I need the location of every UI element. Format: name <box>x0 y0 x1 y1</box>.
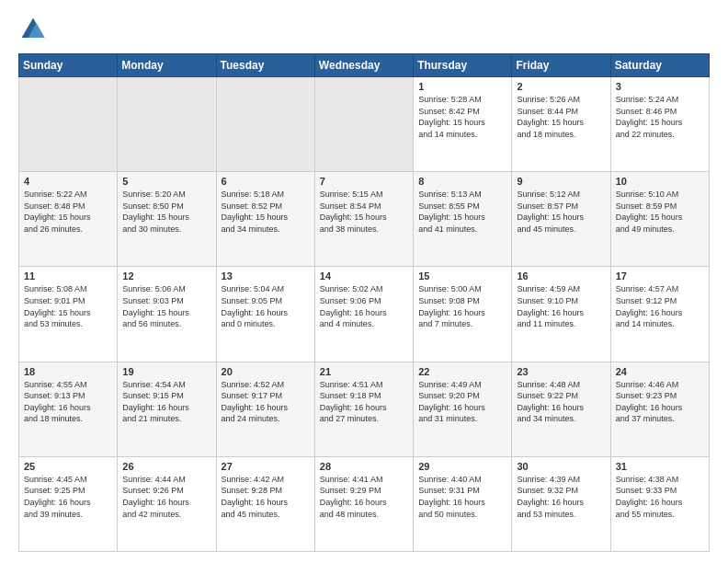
calendar-cell: 12Sunrise: 5:06 AM Sunset: 9:03 PM Dayli… <box>118 267 216 362</box>
calendar-cell: 26Sunrise: 4:44 AM Sunset: 9:26 PM Dayli… <box>118 456 216 551</box>
calendar-cell: 2Sunrise: 5:26 AM Sunset: 8:44 PM Daylig… <box>512 77 610 172</box>
day-info: Sunrise: 5:12 AM Sunset: 8:57 PM Dayligh… <box>517 189 605 235</box>
day-number: 5 <box>122 176 210 187</box>
day-number: 13 <box>222 270 310 282</box>
day-number: 26 <box>122 461 210 472</box>
day-number: 9 <box>517 176 605 187</box>
calendar-cell: 6Sunrise: 5:18 AM Sunset: 8:52 PM Daylig… <box>216 172 314 267</box>
day-info: Sunrise: 5:04 AM Sunset: 9:05 PM Dayligh… <box>222 283 310 329</box>
day-info: Sunrise: 5:06 AM Sunset: 9:03 PM Dayligh… <box>122 283 210 329</box>
calendar-cell: 31Sunrise: 4:38 AM Sunset: 9:33 PM Dayli… <box>610 456 709 551</box>
calendar-cell: 22Sunrise: 4:49 AM Sunset: 9:20 PM Dayli… <box>414 362 512 456</box>
calendar-cell: 7Sunrise: 5:15 AM Sunset: 8:54 PM Daylig… <box>314 172 413 267</box>
day-number: 21 <box>320 366 408 377</box>
calendar-header-sunday: Sunday <box>19 54 118 77</box>
calendar-week-5: 25Sunrise: 4:45 AM Sunset: 9:25 PM Dayli… <box>19 456 710 551</box>
day-info: Sunrise: 5:15 AM Sunset: 8:54 PM Dayligh… <box>320 189 408 235</box>
day-info: Sunrise: 5:26 AM Sunset: 8:44 PM Dayligh… <box>517 94 605 140</box>
calendar-week-2: 4Sunrise: 5:22 AM Sunset: 8:48 PM Daylig… <box>19 172 710 267</box>
day-number: 19 <box>122 366 210 377</box>
calendar-header-thursday: Thursday <box>414 54 512 77</box>
calendar-cell <box>118 77 216 172</box>
calendar-week-4: 18Sunrise: 4:55 AM Sunset: 9:13 PM Dayli… <box>19 362 710 456</box>
calendar-cell: 13Sunrise: 5:04 AM Sunset: 9:05 PM Dayli… <box>216 267 314 362</box>
day-number: 28 <box>320 461 408 472</box>
day-info: Sunrise: 5:24 AM Sunset: 8:46 PM Dayligh… <box>616 94 704 140</box>
day-number: 24 <box>616 366 704 377</box>
day-info: Sunrise: 4:40 AM Sunset: 9:31 PM Dayligh… <box>418 474 506 520</box>
day-info: Sunrise: 5:28 AM Sunset: 8:42 PM Dayligh… <box>418 94 506 140</box>
calendar-header-monday: Monday <box>118 54 216 77</box>
day-info: Sunrise: 4:44 AM Sunset: 9:26 PM Dayligh… <box>122 474 210 520</box>
day-info: Sunrise: 5:22 AM Sunset: 8:48 PM Dayligh… <box>24 189 112 235</box>
day-number: 30 <box>517 461 605 472</box>
calendar-header-wednesday: Wednesday <box>314 54 413 77</box>
day-number: 15 <box>418 270 506 282</box>
calendar-cell: 16Sunrise: 4:59 AM Sunset: 9:10 PM Dayli… <box>512 267 610 362</box>
calendar-cell: 5Sunrise: 5:20 AM Sunset: 8:50 PM Daylig… <box>118 172 216 267</box>
calendar-cell: 4Sunrise: 5:22 AM Sunset: 8:48 PM Daylig… <box>19 172 118 267</box>
calendar-cell: 23Sunrise: 4:48 AM Sunset: 9:22 PM Dayli… <box>512 362 610 456</box>
calendar-cell: 28Sunrise: 4:41 AM Sunset: 9:29 PM Dayli… <box>314 456 413 551</box>
day-number: 18 <box>24 366 112 377</box>
day-number: 29 <box>418 461 506 472</box>
day-info: Sunrise: 4:55 AM Sunset: 9:13 PM Dayligh… <box>24 379 112 425</box>
day-info: Sunrise: 5:08 AM Sunset: 9:01 PM Dayligh… <box>24 283 112 329</box>
day-number: 31 <box>616 461 704 472</box>
day-number: 7 <box>320 176 408 187</box>
calendar-header-saturday: Saturday <box>610 54 709 77</box>
day-info: Sunrise: 5:18 AM Sunset: 8:52 PM Dayligh… <box>222 189 310 235</box>
calendar-cell: 24Sunrise: 4:46 AM Sunset: 9:23 PM Dayli… <box>610 362 709 456</box>
calendar-cell: 14Sunrise: 5:02 AM Sunset: 9:06 PM Dayli… <box>314 267 413 362</box>
calendar-cell <box>19 77 118 172</box>
calendar-table: SundayMondayTuesdayWednesdayThursdayFrid… <box>18 53 710 552</box>
day-number: 16 <box>517 270 605 282</box>
calendar-cell <box>314 77 413 172</box>
logo-icon <box>18 15 48 44</box>
day-number: 20 <box>222 366 310 377</box>
day-info: Sunrise: 5:10 AM Sunset: 8:59 PM Dayligh… <box>616 189 704 235</box>
day-info: Sunrise: 4:39 AM Sunset: 9:32 PM Dayligh… <box>517 474 605 520</box>
header <box>18 15 710 44</box>
calendar-cell: 27Sunrise: 4:42 AM Sunset: 9:28 PM Dayli… <box>216 456 314 551</box>
calendar-week-1: 1Sunrise: 5:28 AM Sunset: 8:42 PM Daylig… <box>19 77 710 172</box>
calendar-cell: 10Sunrise: 5:10 AM Sunset: 8:59 PM Dayli… <box>610 172 709 267</box>
day-number: 8 <box>418 176 506 187</box>
day-info: Sunrise: 4:51 AM Sunset: 9:18 PM Dayligh… <box>320 379 408 425</box>
day-number: 11 <box>24 270 112 282</box>
calendar-cell: 20Sunrise: 4:52 AM Sunset: 9:17 PM Dayli… <box>216 362 314 456</box>
day-info: Sunrise: 4:54 AM Sunset: 9:15 PM Dayligh… <box>122 379 210 425</box>
day-number: 27 <box>222 461 310 472</box>
calendar-cell: 17Sunrise: 4:57 AM Sunset: 9:12 PM Dayli… <box>610 267 709 362</box>
logo <box>18 15 51 44</box>
day-info: Sunrise: 5:20 AM Sunset: 8:50 PM Dayligh… <box>122 189 210 235</box>
calendar-cell: 1Sunrise: 5:28 AM Sunset: 8:42 PM Daylig… <box>414 77 512 172</box>
day-number: 6 <box>222 176 310 187</box>
day-number: 23 <box>517 366 605 377</box>
day-info: Sunrise: 4:52 AM Sunset: 9:17 PM Dayligh… <box>222 379 310 425</box>
day-info: Sunrise: 5:13 AM Sunset: 8:55 PM Dayligh… <box>418 189 506 235</box>
calendar-cell: 19Sunrise: 4:54 AM Sunset: 9:15 PM Dayli… <box>118 362 216 456</box>
calendar-cell: 25Sunrise: 4:45 AM Sunset: 9:25 PM Dayli… <box>19 456 118 551</box>
day-number: 14 <box>320 270 408 282</box>
calendar-cell <box>216 77 314 172</box>
day-number: 3 <box>616 81 704 92</box>
day-number: 1 <box>418 81 506 92</box>
calendar-cell: 15Sunrise: 5:00 AM Sunset: 9:08 PM Dayli… <box>414 267 512 362</box>
calendar-cell: 8Sunrise: 5:13 AM Sunset: 8:55 PM Daylig… <box>414 172 512 267</box>
page: SundayMondayTuesdayWednesdayThursdayFrid… <box>0 0 728 563</box>
day-info: Sunrise: 4:41 AM Sunset: 9:29 PM Dayligh… <box>320 474 408 520</box>
calendar-cell: 18Sunrise: 4:55 AM Sunset: 9:13 PM Dayli… <box>19 362 118 456</box>
calendar-header-friday: Friday <box>512 54 610 77</box>
day-number: 22 <box>418 366 506 377</box>
calendar-header-row: SundayMondayTuesdayWednesdayThursdayFrid… <box>19 54 710 77</box>
day-info: Sunrise: 4:42 AM Sunset: 9:28 PM Dayligh… <box>222 474 310 520</box>
day-info: Sunrise: 4:46 AM Sunset: 9:23 PM Dayligh… <box>616 379 704 425</box>
day-info: Sunrise: 5:02 AM Sunset: 9:06 PM Dayligh… <box>320 283 408 329</box>
day-info: Sunrise: 4:48 AM Sunset: 9:22 PM Dayligh… <box>517 379 605 425</box>
calendar-cell: 11Sunrise: 5:08 AM Sunset: 9:01 PM Dayli… <box>19 267 118 362</box>
day-number: 12 <box>122 270 210 282</box>
day-info: Sunrise: 5:00 AM Sunset: 9:08 PM Dayligh… <box>418 283 506 329</box>
day-info: Sunrise: 4:59 AM Sunset: 9:10 PM Dayligh… <box>517 283 605 329</box>
calendar-cell: 21Sunrise: 4:51 AM Sunset: 9:18 PM Dayli… <box>314 362 413 456</box>
